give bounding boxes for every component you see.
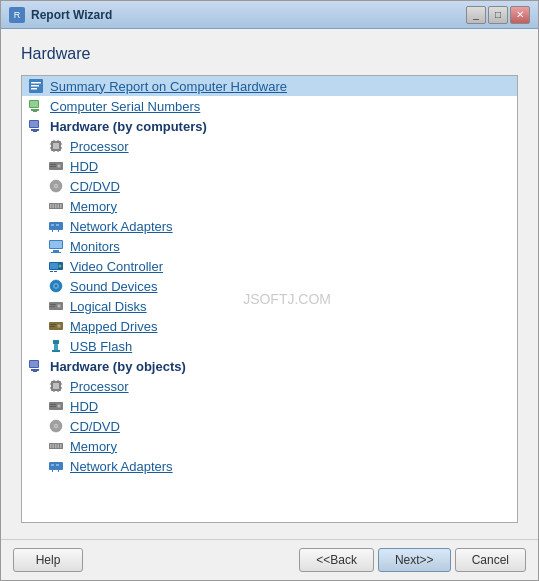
item-label-logical-disks-1: Logical Disks — [70, 299, 147, 314]
list-item-hdd-1[interactable]: HDD — [22, 156, 517, 176]
svg-rect-90 — [53, 444, 55, 448]
item-icon-monitors-1 — [46, 238, 66, 254]
svg-rect-5 — [30, 101, 38, 107]
list-item-processor-2[interactable]: Processor — [22, 376, 517, 396]
svg-rect-98 — [58, 470, 59, 472]
help-button[interactable]: Help — [13, 548, 83, 572]
list-item-hardware-by-objects[interactable]: Hardware (by objects) — [22, 356, 517, 376]
close-button[interactable]: ✕ — [510, 6, 530, 24]
item-icon-sound-devices-1 — [46, 278, 66, 294]
maximize-button[interactable]: □ — [488, 6, 508, 24]
main-window: R Report Wizard _ □ ✕ Hardware Summary R… — [0, 0, 539, 581]
item-icon-video-controller-1 — [46, 258, 66, 274]
list-item-cddvd-2[interactable]: CD/DVD — [22, 416, 517, 436]
svg-point-24 — [58, 165, 60, 167]
svg-rect-7 — [33, 111, 37, 112]
item-icon-cddvd-2 — [46, 418, 66, 434]
list-item-memory-2[interactable]: Memory — [22, 436, 517, 456]
svg-rect-92 — [58, 444, 60, 448]
svg-rect-26 — [50, 166, 56, 167]
title-bar-controls: _ □ ✕ — [466, 6, 530, 24]
svg-point-47 — [59, 265, 62, 268]
item-label-network-adapters-1: Network Adapters — [70, 219, 173, 234]
item-label-processor-2: Processor — [70, 379, 129, 394]
item-icon-memory-1 — [46, 198, 66, 214]
svg-rect-38 — [56, 224, 59, 226]
item-label-summary-report: Summary Report on Computer Hardware — [50, 79, 287, 94]
svg-point-60 — [58, 325, 60, 327]
list-item-processor-1[interactable]: Processor — [22, 136, 517, 156]
list-item-mapped-drives-1[interactable]: Mapped Drives — [22, 316, 517, 336]
svg-rect-25 — [50, 164, 56, 165]
svg-rect-37 — [51, 224, 54, 226]
svg-rect-6 — [31, 109, 39, 111]
svg-rect-48 — [50, 271, 53, 272]
list-item-hardware-by-computers[interactable]: Hardware (by computers) — [22, 116, 517, 136]
list-item-summary-report[interactable]: Summary Report on Computer Hardware — [22, 76, 517, 96]
list-item-network-adapters-1[interactable]: Network Adapters — [22, 216, 517, 236]
list-item-computer-serial[interactable]: Computer Serial Numbers — [22, 96, 517, 116]
svg-rect-63 — [53, 340, 59, 344]
app-icon: R — [9, 7, 25, 23]
item-icon-hardware-by-computers — [26, 118, 46, 134]
list-item-hdd-2[interactable]: HDD — [22, 396, 517, 416]
item-label-hdd-2: HDD — [70, 399, 98, 414]
list-item-logical-disks-1[interactable]: Logical Disks — [22, 296, 517, 316]
svg-rect-68 — [31, 369, 39, 371]
svg-rect-67 — [30, 361, 38, 367]
next-button[interactable]: Next>> — [378, 548, 451, 572]
svg-rect-13 — [53, 143, 59, 149]
item-list[interactable]: Summary Report on Computer HardwareCompu… — [22, 76, 517, 522]
list-item-cddvd-1[interactable]: CD/DVD — [22, 176, 517, 196]
window-title: Report Wizard — [31, 8, 112, 22]
item-label-usb-flash-1: USB Flash — [70, 339, 132, 354]
item-label-processor-1: Processor — [70, 139, 129, 154]
svg-rect-11 — [33, 131, 37, 132]
svg-rect-42 — [50, 241, 62, 248]
svg-rect-40 — [58, 230, 59, 232]
item-icon-memory-2 — [46, 438, 66, 454]
title-bar: R Report Wizard _ □ ✕ — [1, 1, 538, 29]
list-item-sound-devices-1[interactable]: Sound Devices — [22, 276, 517, 296]
list-item-monitors-1[interactable]: Monitors — [22, 236, 517, 256]
item-icon-usb-flash-1 — [46, 338, 66, 354]
list-item-memory-1[interactable]: Memory — [22, 196, 517, 216]
back-button[interactable]: <<Back — [299, 548, 374, 572]
svg-point-82 — [58, 405, 60, 407]
item-icon-processor-2 — [46, 378, 66, 394]
cancel-button[interactable]: Cancel — [455, 548, 526, 572]
title-bar-left: R Report Wizard — [9, 7, 112, 23]
svg-rect-33 — [55, 204, 57, 208]
list-item-network-adapters-2[interactable]: Network Adapters — [22, 456, 517, 476]
svg-rect-95 — [51, 464, 54, 466]
svg-rect-57 — [50, 306, 55, 307]
svg-rect-44 — [51, 252, 61, 253]
section-title: Hardware — [21, 45, 518, 63]
list-item-usb-flash-1[interactable]: USB Flash — [22, 336, 517, 356]
item-label-cddvd-1: CD/DVD — [70, 179, 120, 194]
svg-rect-69 — [33, 371, 37, 372]
svg-point-52 — [55, 285, 57, 287]
svg-rect-32 — [53, 204, 55, 208]
svg-point-87 — [55, 425, 57, 427]
svg-rect-49 — [54, 271, 57, 272]
svg-rect-3 — [31, 88, 37, 90]
footer: Help <<Back Next>> Cancel — [1, 539, 538, 580]
item-icon-hardware-by-objects — [26, 358, 46, 374]
item-icon-mapped-drives-1 — [46, 318, 66, 334]
svg-rect-35 — [60, 204, 62, 208]
item-label-cddvd-2: CD/DVD — [70, 419, 120, 434]
item-label-hdd-1: HDD — [70, 159, 98, 174]
item-icon-cddvd-1 — [46, 178, 66, 194]
svg-rect-93 — [60, 444, 62, 448]
list-item-video-controller-1[interactable]: Video Controller — [22, 256, 517, 276]
svg-rect-97 — [52, 470, 53, 472]
svg-rect-84 — [50, 406, 56, 407]
svg-rect-89 — [50, 444, 52, 448]
item-label-memory-2: Memory — [70, 439, 117, 454]
item-icon-hdd-1 — [46, 158, 66, 174]
svg-rect-96 — [56, 464, 59, 466]
svg-point-29 — [55, 185, 57, 187]
minimize-button[interactable]: _ — [466, 6, 486, 24]
item-list-container: Summary Report on Computer HardwareCompu… — [21, 75, 518, 523]
